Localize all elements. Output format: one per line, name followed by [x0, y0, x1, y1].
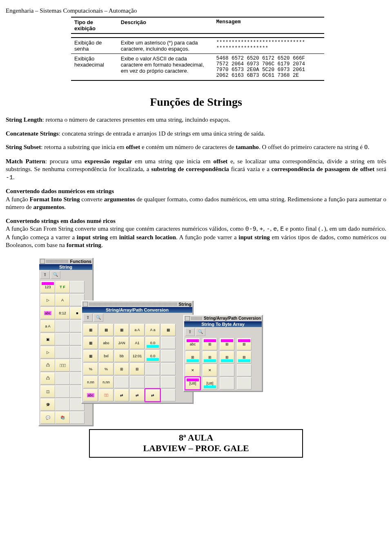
nav-search-icon[interactable]: 🔍 — [196, 328, 205, 336]
palette-item[interactable]: ⊞ — [203, 351, 217, 363]
palette-title: Functions — [70, 259, 91, 264]
pin-icon[interactable] — [185, 316, 190, 321]
palette-item[interactable]: ▣ — [40, 333, 55, 345]
palette-item[interactable] — [130, 376, 145, 388]
palette-item[interactable]: n.nn — [83, 376, 98, 388]
p-string-length: String Length: retorna o número de carac… — [6, 116, 386, 124]
grip-icon — [89, 303, 177, 306]
palette-item[interactable]: % — [99, 363, 114, 375]
palette-item[interactable] — [237, 377, 252, 390]
palette-item[interactable]: 12:01 — [130, 350, 145, 362]
palette-item[interactable]: ▦ — [83, 337, 98, 349]
palette-item[interactable] — [70, 281, 85, 293]
palette-item[interactable]: ▷ — [40, 294, 55, 306]
nav-up-icon[interactable]: ⇧ — [185, 328, 195, 336]
footer-line2: LABVIEW – PROF. GALE — [90, 443, 302, 454]
palette-item[interactable]: a A — [130, 324, 145, 336]
palette-title: String — [178, 302, 192, 307]
palette-item[interactable]: ▷ — [40, 346, 55, 358]
palette-item[interactable]: abo — [99, 337, 114, 349]
palette-item[interactable] — [55, 399, 70, 411]
nav-search-icon[interactable]: 🔍 — [94, 314, 103, 322]
palette-item[interactable] — [161, 350, 176, 362]
cell-desc: Exibe o valor ASCII de cada caractere em… — [118, 54, 213, 81]
palette-item[interactable]: 🎓 — [40, 399, 55, 411]
nav-search-icon[interactable]: 🔍 — [51, 271, 60, 279]
palette-subtitle: String To Byte Array — [184, 321, 262, 327]
palette-item[interactable] — [220, 364, 234, 376]
palette-item[interactable]: 📚 — [55, 412, 70, 424]
labview-palettes: Functions String ⇧ 🔍 123 T F ▷ A abc 8:1… — [38, 258, 386, 417]
palette-item[interactable]: abc — [40, 307, 55, 319]
palette-item[interactable] — [161, 376, 176, 388]
palette-item[interactable]: A — [55, 294, 70, 306]
palette-item[interactable]: T F — [55, 281, 70, 293]
palette-item[interactable]: ⊞ — [185, 351, 200, 363]
palette-item[interactable]: 123 — [40, 281, 55, 293]
palette-item[interactable] — [161, 363, 176, 375]
palette-item[interactable]: ⊞ — [237, 351, 252, 363]
palette-item[interactable] — [220, 377, 234, 390]
palette-item[interactable]: ⊞ — [237, 338, 252, 350]
palette-item[interactable] — [55, 346, 70, 358]
palette-item[interactable]: abc — [83, 389, 98, 401]
palette-item[interactable]: ✕ — [203, 364, 217, 376]
palette-item[interactable]: abc — [185, 338, 200, 350]
palette-item[interactable]: a A — [40, 320, 55, 332]
sap-conversion-palette[interactable]: String/Array/Path Conversion String To B… — [183, 315, 263, 392]
palette-item[interactable]: A a — [145, 324, 160, 336]
palette-item[interactable]: ⇄ — [114, 389, 129, 401]
palette-item[interactable]: 0.0 — [145, 337, 160, 349]
palette-item[interactable]: 凸 — [40, 359, 55, 372]
palette-item[interactable]: ⊞ — [220, 338, 234, 350]
palette-item[interactable]: [U8] — [185, 377, 200, 390]
th-type: Tipo de exibição — [71, 17, 118, 33]
palette-item[interactable]: ▦ — [114, 324, 129, 336]
nav-up-icon[interactable]: ⇧ — [83, 314, 93, 322]
nav-up-icon[interactable]: ⇧ — [40, 271, 50, 279]
palette-item[interactable]: ⌷⌷⌷ — [55, 359, 70, 372]
palette-item[interactable]: ▦ — [161, 324, 176, 336]
p-convert-str-to-num: Convertendo strings em dados numé ricos … — [6, 217, 386, 249]
palette-item[interactable] — [161, 337, 176, 349]
palette-item[interactable]: ⊞ — [114, 363, 129, 375]
palette-item[interactable]: ✕ — [185, 364, 200, 376]
palette-item[interactable] — [55, 320, 70, 332]
string-palette[interactable]: String String/Array/Path Conversion ⇧ 🔍 … — [81, 301, 193, 403]
footer-box: 8ª AULA LABVIEW – PROF. GALE — [89, 429, 303, 458]
palette-item[interactable] — [237, 364, 252, 376]
palette-item[interactable] — [114, 376, 129, 388]
palette-item[interactable]: 💬 — [40, 412, 55, 424]
palette-item[interactable]: [U8] — [203, 377, 217, 390]
palette-item[interactable] — [70, 412, 85, 424]
palette-item[interactable]: ⌷⌷ — [99, 389, 114, 401]
palette-item[interactable]: ⊞ — [130, 363, 145, 375]
pin-icon[interactable] — [83, 302, 88, 307]
palette-item[interactable] — [161, 389, 176, 401]
palette-item[interactable] — [55, 385, 70, 398]
palette-item[interactable]: ⇄ — [130, 389, 145, 401]
palette-item[interactable] — [145, 363, 160, 375]
cell-desc: Exibe um asterisco (*) para cada caracte… — [118, 38, 213, 54]
palette-item[interactable]: % — [83, 363, 98, 375]
pin-icon[interactable] — [40, 259, 45, 264]
palette-item[interactable]: bb — [114, 350, 129, 362]
palette-item[interactable] — [55, 333, 70, 345]
palette-item[interactable]: 8:12 — [55, 307, 70, 319]
palette-title: String/Array/Path Conversion — [204, 316, 261, 321]
palette-item[interactable] — [55, 372, 70, 385]
palette-item[interactable]: ⊞ — [220, 351, 234, 363]
palette-item[interactable]: bxl — [99, 350, 114, 362]
palette-item[interactable]: 凸 — [40, 372, 55, 385]
palette-item[interactable]: ▦ — [83, 324, 98, 336]
palette-item[interactable]: ⊞ — [203, 338, 217, 350]
palette-item[interactable]: n.nn — [99, 376, 114, 388]
palette-item[interactable]: A1 — [130, 337, 145, 349]
palette-item[interactable]: ▦ — [83, 350, 98, 362]
palette-item[interactable]: ◫ — [40, 385, 55, 398]
palette-item[interactable]: JAN — [114, 337, 129, 349]
palette-item[interactable] — [145, 376, 160, 388]
palette-item[interactable]: 0.0 — [145, 350, 160, 362]
palette-item[interactable]: ▦ — [99, 324, 114, 336]
palette-item[interactable]: ⇄ — [145, 389, 160, 401]
